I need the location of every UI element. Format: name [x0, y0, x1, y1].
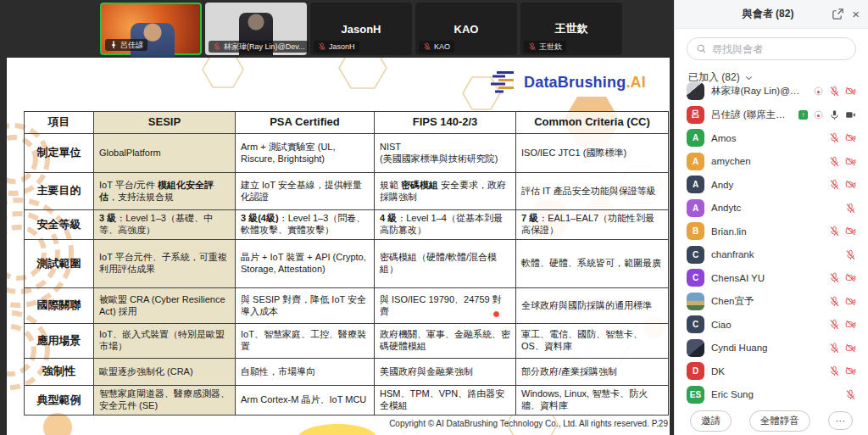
close-icon[interactable]: × [852, 8, 860, 20]
participant-name: chanfrank [711, 249, 838, 259]
participant-list: 林家瑋(Ray Lin)@D... (主持人, 我) 呂 呂佳諺 (聯席主持人)… [675, 80, 868, 406]
cell: 部分政府/產業採購強制 [516, 359, 669, 386]
cell: 4 級：Level 1–4（從基本到最高防篡改） [375, 210, 516, 240]
search-input[interactable] [712, 43, 847, 55]
col-header-cc: Common Criteria (CC) [516, 112, 669, 134]
avatar [687, 293, 704, 310]
row-label: 強制性 [25, 359, 94, 386]
status-icon [813, 109, 824, 120]
participant-name: Andytc [711, 203, 838, 213]
participant-name: amychen [711, 156, 822, 166]
avatar: A [687, 129, 704, 147]
participant-row[interactable]: 林家瑋(Ray Lin)@D... (主持人, 我) [675, 80, 868, 103]
participant-row[interactable]: A Amos [675, 126, 868, 150]
popout-icon[interactable] [832, 8, 844, 20]
participant-row[interactable]: C chanfrank [675, 243, 868, 267]
table-row: 測試範圍 IoT 平台元件、子系統，可重複利用評估成果 晶片 + IoT 裝置 … [25, 240, 669, 288]
video-thumbnail-wang[interactable]: 王世欽 王世欽 [520, 3, 622, 55]
mic-muted-icon[interactable] [845, 203, 856, 214]
camera-off-icon[interactable] [845, 343, 856, 354]
avatar [687, 82, 704, 100]
cell: Arm + 測試實驗室 (UL, Riscure, Brightsight) [236, 134, 375, 173]
camera-off-icon[interactable] [845, 319, 856, 330]
table-row: 制定單位 GlobalPlatform Arm + 測試實驗室 (UL, Ris… [25, 134, 669, 173]
panel-title: 與會者 (82) [683, 7, 824, 21]
screen-share-badge: ↑ [798, 110, 808, 120]
participant-row[interactable]: A amychen [675, 150, 868, 174]
video-strip: 呂佳諺 林家瑋(Ray Lin)@Dev... JasonH JasonH KA… [0, 0, 674, 58]
avatar: A [687, 176, 704, 193]
cell: 規範 密碼模組 安全要求，政府採購強制 [375, 173, 516, 210]
row-label: 測試範圍 [25, 240, 94, 288]
camera-off-icon[interactable] [845, 226, 856, 237]
avatar: ES [687, 386, 704, 404]
mic-muted-icon [423, 42, 431, 51]
row-label: 制定單位 [25, 134, 94, 173]
camera-off-icon[interactable] [845, 132, 856, 143]
mic-muted-icon[interactable] [829, 226, 840, 237]
mic-muted-icon[interactable] [829, 86, 840, 97]
camera-off-icon[interactable] [845, 296, 856, 307]
avatar: C [687, 269, 704, 287]
participant-row[interactable]: D DK [675, 360, 868, 383]
avatar: A [687, 199, 704, 217]
cell: 評估 IT 產品安全功能與保證等級 [516, 173, 669, 210]
avatar [687, 339, 704, 357]
table-row: 應用場景 IoT、嵌入式裝置（特別是歐盟市場） IoT、智慧家庭、工控、醫療裝置… [25, 324, 669, 359]
mic-muted-icon[interactable] [829, 132, 840, 143]
participant-row[interactable]: C ChensAI YU [675, 266, 868, 290]
participant-row[interactable]: C Ciao [675, 313, 868, 337]
avatar: 呂 [687, 106, 704, 124]
more-options-button[interactable]: ··· [828, 411, 854, 430]
mute-all-button[interactable]: 全體靜音 [749, 410, 810, 432]
camera-off-icon[interactable] [845, 86, 856, 97]
camera-off-icon[interactable] [845, 272, 856, 283]
status-icon [813, 86, 824, 97]
cell: 自願性，市場導向 [236, 359, 375, 386]
invite-button[interactable]: 邀請 [690, 410, 732, 432]
participant-row[interactable]: Cyndi Huang [675, 337, 868, 360]
mic-muted-icon[interactable] [829, 319, 840, 330]
camera-off-icon[interactable] [845, 365, 856, 376]
cell: 被歐盟 CRA (Cyber Resilience Act) 採用 [94, 288, 236, 324]
video-thumbnail-kao[interactable]: KAO KAO [415, 3, 517, 55]
meeting-window: 呂佳諺 林家瑋(Ray Lin)@Dev... JasonH JasonH KA… [0, 0, 868, 435]
cell: 建立 IoT 安全基線，提供輕量化認證 [236, 173, 375, 210]
mic-muted-icon[interactable] [829, 296, 840, 307]
speaker-name: 呂佳諺 [120, 42, 143, 49]
cell: 美國政府與金融業強制 [375, 359, 516, 386]
camera-on-icon[interactable] [845, 109, 856, 120]
row-label: 應用場景 [25, 324, 94, 359]
mic-muted-icon[interactable] [829, 365, 840, 376]
participant-row[interactable]: 呂 呂佳諺 (聯席主持人) ↑ [675, 103, 868, 127]
avatar: C [687, 315, 704, 333]
name-pill: KAO [419, 41, 454, 53]
camera-off-icon[interactable] [845, 179, 856, 190]
participant-row[interactable]: ES Eric Sung [675, 383, 868, 407]
cell: 軟體、硬體、系統皆可，範圍最廣 [516, 240, 669, 288]
video-thumbnail-jasonh[interactable]: JasonH JasonH [310, 3, 412, 55]
camera-off-icon[interactable] [845, 156, 856, 167]
table-row: 國際關聯 被歐盟 CRA (Cyber Resilience Act) 採用 與… [25, 288, 669, 324]
mic-muted-icon[interactable] [845, 389, 856, 400]
video-thumbnail-active-speaker[interactable]: 呂佳諺 [100, 3, 202, 55]
mic-muted-icon[interactable] [845, 249, 856, 260]
cell: Arm Cortex-M 晶片、IoT MCU [236, 386, 375, 415]
video-thumbnail-host[interactable]: 林家瑋(Ray Lin)@Dev... [205, 3, 307, 55]
mic-muted-icon[interactable] [829, 179, 840, 190]
table-header-row: 項目 SESIP PSA Certified FIPS 140-2/3 Comm… [25, 112, 669, 134]
participant-row[interactable]: B Brian.lin [675, 220, 868, 243]
participant-row[interactable]: Chen宜予 [675, 290, 868, 314]
avatar: D [687, 362, 704, 380]
participant-row[interactable]: A Andy [675, 173, 868, 197]
standards-comparison-table: 項目 SESIP PSA Certified FIPS 140-2/3 Comm… [24, 111, 669, 415]
search-box[interactable] [687, 37, 856, 60]
participants-panel: 與會者 (82) × 已加入 (82) 林家瑋(Ray Lin)@D... (主… [674, 0, 868, 435]
mic-muted-icon[interactable] [829, 343, 840, 354]
mic-muted-icon[interactable] [829, 272, 840, 283]
search-area [675, 29, 868, 65]
participant-row[interactable]: A Andytc [675, 197, 868, 220]
cell: 7 級：EAL1–EAL7（功能性到最高保證） [516, 210, 669, 240]
mic-muted-icon[interactable] [829, 156, 840, 167]
mic-on-icon[interactable] [829, 109, 840, 120]
